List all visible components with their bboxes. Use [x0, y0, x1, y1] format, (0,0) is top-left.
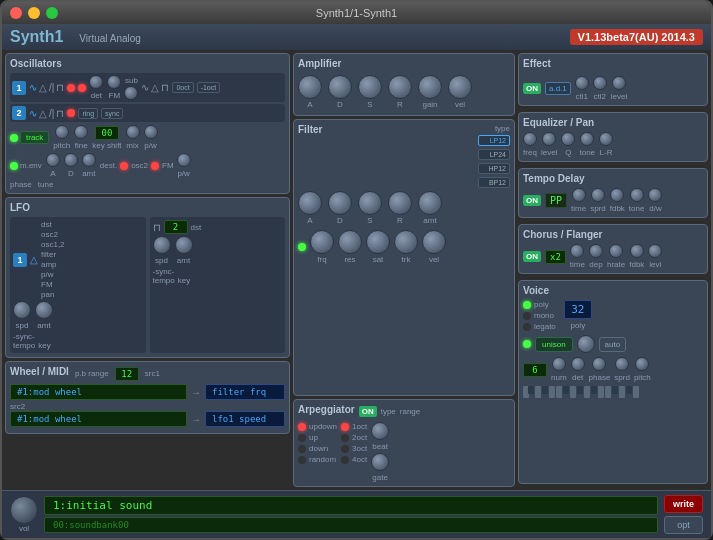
menv-d-knob[interactable] [64, 153, 78, 167]
track-button[interactable]: track [20, 131, 49, 144]
delay-on-badge[interactable]: ON [523, 195, 541, 206]
target1-display[interactable]: filter frq [205, 384, 285, 400]
maximize-button[interactable] [46, 7, 58, 19]
delay-dw-knob[interactable] [648, 188, 662, 202]
delay-time-knob[interactable] [572, 188, 586, 202]
lp12-button[interactable]: LP12 [478, 135, 510, 146]
sat-knob[interactable] [366, 230, 390, 254]
ctl2-knob[interactable] [593, 76, 607, 90]
amp-s-knob[interactable] [358, 75, 382, 99]
eq-tone-knob[interactable] [580, 132, 594, 146]
filter-r-knob[interactable] [388, 191, 412, 215]
arp-on-badge[interactable]: ON [359, 406, 377, 417]
chorus-levl-knob[interactable] [648, 244, 662, 258]
square-wave-icon[interactable]: ⊓ [56, 82, 64, 93]
src2-display[interactable]: #1:mod wheel [10, 411, 187, 427]
lfo1-amt-knob[interactable] [35, 301, 53, 319]
lfo1-wave-icon[interactable]: △ [30, 254, 38, 265]
effect-level-knob[interactable] [612, 76, 626, 90]
arp-beat-knob[interactable] [371, 422, 389, 440]
oct-1-button[interactable]: -1oct [197, 82, 221, 93]
opt-button[interactable]: opt [664, 516, 703, 534]
delay-tone-knob[interactable] [630, 188, 644, 202]
mix-knob[interactable] [126, 125, 140, 139]
lfo2-spd-knob[interactable] [153, 236, 171, 254]
soundbank-display[interactable]: 00:soundbank00 [44, 517, 658, 533]
target2-display[interactable]: lfo1 speed [205, 411, 285, 427]
osc1-sub-waveforms[interactable]: ∿ △ ⊓ [141, 82, 169, 93]
det-knob[interactable] [89, 75, 103, 89]
amp-a-knob[interactable] [298, 75, 322, 99]
bp12-button[interactable]: BP12 [478, 177, 510, 188]
delay-display[interactable]: PP [545, 193, 567, 208]
eq-lr-knob[interactable] [599, 132, 613, 146]
sub-square-icon[interactable]: ⊓ [161, 82, 169, 93]
unison-button[interactable]: unison [535, 337, 573, 352]
triangle-wave-icon[interactable]: △ [39, 82, 47, 93]
portamento-knob[interactable] [577, 335, 595, 353]
menv-amt-knob[interactable] [82, 153, 96, 167]
close-button[interactable] [10, 7, 22, 19]
ctl1-knob[interactable] [575, 76, 589, 90]
amp-vel-knob[interactable] [448, 75, 472, 99]
delay-fdbk-knob[interactable] [610, 188, 624, 202]
sync-button[interactable]: sync [101, 108, 123, 119]
voice-pitch-knob[interactable] [635, 357, 649, 371]
vol-knob[interactable] [10, 496, 38, 524]
voice-num-knob[interactable] [552, 357, 566, 371]
lfo2-display[interactable]: 2 [164, 220, 188, 234]
amp-d-knob[interactable] [328, 75, 352, 99]
osc2-square-icon[interactable]: ⊓ [56, 108, 64, 119]
arp-gate-knob[interactable] [371, 453, 389, 471]
legato-label[interactable]: legato [534, 322, 556, 331]
effect-on-badge[interactable]: ON [523, 83, 541, 94]
pb-display[interactable]: 12 [115, 367, 139, 381]
filter-s-knob[interactable] [358, 191, 382, 215]
oct0-button[interactable]: 0oct [172, 82, 193, 93]
frq-knob[interactable] [310, 230, 334, 254]
pw-knob[interactable] [144, 125, 158, 139]
osc2-sine-icon[interactable]: ∿ [29, 108, 37, 119]
write-button[interactable]: write [664, 495, 703, 513]
osc1-waveforms[interactable]: ∿ △ /| ⊓ [29, 82, 64, 93]
chorus-on-badge[interactable]: ON [523, 251, 541, 262]
poly-label[interactable]: poly [534, 300, 549, 309]
amp-gain-knob[interactable] [418, 75, 442, 99]
voice-num-display[interactable]: 6 [523, 363, 547, 377]
chorus-fdbk-knob[interactable] [630, 244, 644, 258]
dest-pw-knob[interactable] [177, 153, 191, 167]
minimize-button[interactable] [28, 7, 40, 19]
filter-vel-knob[interactable] [422, 230, 446, 254]
trk-knob[interactable] [394, 230, 418, 254]
sub-triangle-icon[interactable]: △ [151, 82, 159, 93]
voice-poly-display[interactable]: 32 [564, 300, 592, 319]
eq-freq-knob[interactable] [523, 132, 537, 146]
chorus-time-knob[interactable] [570, 244, 584, 258]
chorus-dep-knob[interactable] [589, 244, 603, 258]
osc2-waveforms[interactable]: ∿ △ /| ⊓ [29, 108, 64, 119]
voice-det-knob[interactable] [571, 357, 585, 371]
delay-sprd-knob[interactable] [591, 188, 605, 202]
lfo2-wave-icon[interactable]: ⊓ [153, 222, 161, 233]
effect-type-select[interactable]: a.d.1 [545, 82, 571, 95]
key-shift-display[interactable]: 00 [95, 126, 119, 140]
osc2-sawtooth-icon[interactable]: /| [49, 108, 54, 119]
voice-phase-knob[interactable] [592, 357, 606, 371]
chorus-hrate-knob[interactable] [609, 244, 623, 258]
voice-sprd-knob[interactable] [615, 357, 629, 371]
res-knob[interactable] [338, 230, 362, 254]
sawtooth-wave-icon[interactable]: /| [49, 82, 54, 93]
filter-a-knob[interactable] [298, 191, 322, 215]
ring-button[interactable]: ring [78, 108, 98, 119]
lfo2-amt-knob[interactable] [175, 236, 193, 254]
pitch-knob[interactable] [55, 125, 69, 139]
fine-knob[interactable] [74, 125, 88, 139]
lp24-button[interactable]: LP24 [478, 149, 510, 160]
fm-knob[interactable] [107, 75, 121, 89]
mono-label[interactable]: mono [534, 311, 554, 320]
auto-button[interactable]: auto [599, 337, 627, 352]
hp12-button[interactable]: HP12 [478, 163, 510, 174]
menv-a-knob[interactable] [46, 153, 60, 167]
amp-r-knob[interactable] [388, 75, 412, 99]
osc2-triangle-icon[interactable]: △ [39, 108, 47, 119]
